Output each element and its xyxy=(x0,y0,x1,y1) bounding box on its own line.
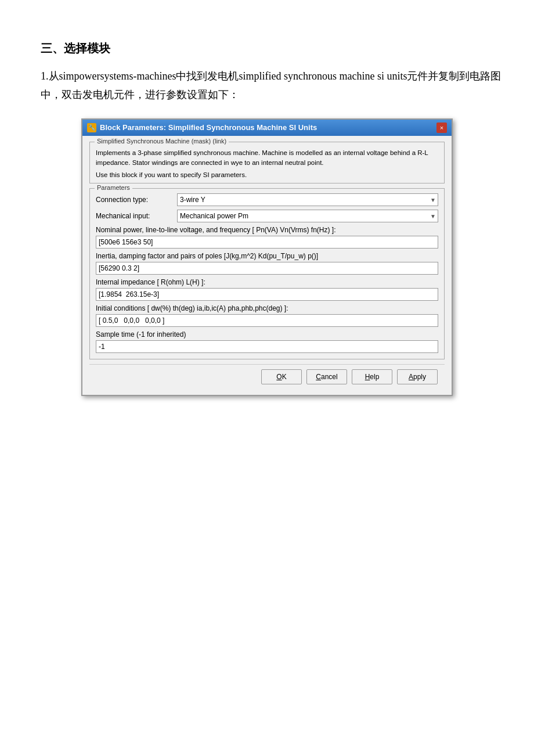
parameters-group: Parameters Connection type: 3-wire Y ▼ M… xyxy=(89,188,445,359)
initial-input[interactable] xyxy=(96,314,438,327)
connection-type-row: Connection type: 3-wire Y ▼ xyxy=(96,193,438,206)
inertia-label: Inertia, damping factor and pairs of pol… xyxy=(96,252,438,260)
section-title: 三、选择模块 xyxy=(41,41,511,56)
icon-letter: 🔧 xyxy=(88,124,95,131)
impedance-label: Internal impedance [ R(ohm) L(H) ]: xyxy=(96,278,438,286)
sample-label: Sample time (-1 for inherited) xyxy=(96,330,438,339)
nominal-power-input[interactable] xyxy=(96,236,438,249)
cancel-label-rest: ancel xyxy=(321,373,338,381)
inertia-input[interactable] xyxy=(96,262,438,275)
dialog-footer: OK Cancel Help Apply xyxy=(89,364,445,390)
apply-button[interactable]: Apply xyxy=(397,369,438,384)
use-text: Use this block if you want to specify SI… xyxy=(96,171,438,178)
connection-type-label: Connection type: xyxy=(96,196,177,204)
page-content: 三、选择模块 1.从simpowersystems-machines中找到发电机… xyxy=(23,41,511,396)
group-label: Simplified Synchronous Machine (mask) (l… xyxy=(95,138,229,145)
nominal-power-label: Nominal power, line-to-line voltage, and… xyxy=(96,226,438,234)
dialog-titlebar: 🔧 Block Parameters: Simplified Synchrono… xyxy=(82,120,452,136)
help-button[interactable]: Help xyxy=(352,369,392,384)
sample-input[interactable] xyxy=(96,340,438,353)
apply-label-rest: pply xyxy=(413,373,426,381)
dialog-app-icon: 🔧 xyxy=(87,123,96,132)
body-text: 1.从simpowersystems-machines中找到发电机simplif… xyxy=(41,67,511,105)
ok-button[interactable]: OK xyxy=(261,369,302,384)
initial-label: Initial conditions [ dw(%) th(deg) ia,ib… xyxy=(96,304,438,312)
mechanical-input-row: Mechanical input: Mechanical power Pm ▼ xyxy=(96,210,438,222)
mechanical-input-dropdown-wrapper: Mechanical power Pm ▼ xyxy=(177,210,438,222)
description-group: Simplified Synchronous Machine (mask) (l… xyxy=(89,142,445,184)
cancel-button[interactable]: Cancel xyxy=(306,369,347,384)
dialog-body: Simplified Synchronous Machine (mask) (l… xyxy=(82,136,452,395)
dialog-title: Block Parameters: Simplified Synchronous… xyxy=(100,123,317,132)
connection-type-select[interactable]: 3-wire Y xyxy=(177,193,438,206)
apply-underline-icon: A xyxy=(409,373,413,381)
description-text: Implements a 3-phase simplified synchron… xyxy=(96,148,438,168)
close-button[interactable]: × xyxy=(436,123,447,133)
mechanical-input-select[interactable]: Mechanical power Pm xyxy=(177,210,438,222)
ok-underline-icon: O xyxy=(276,373,282,381)
impedance-input[interactable] xyxy=(96,288,438,301)
mechanical-input-label: Mechanical input: xyxy=(96,212,177,220)
help-label-rest: elp xyxy=(370,373,379,381)
dialog-window: 🔧 Block Parameters: Simplified Synchrono… xyxy=(81,118,453,397)
cancel-underline-icon: C xyxy=(316,373,321,381)
parameters-label: Parameters xyxy=(95,184,132,191)
ok-label-rest: K xyxy=(282,373,287,381)
connection-type-dropdown-wrapper: 3-wire Y ▼ xyxy=(177,193,438,206)
titlebar-left: 🔧 Block Parameters: Simplified Synchrono… xyxy=(87,123,317,132)
